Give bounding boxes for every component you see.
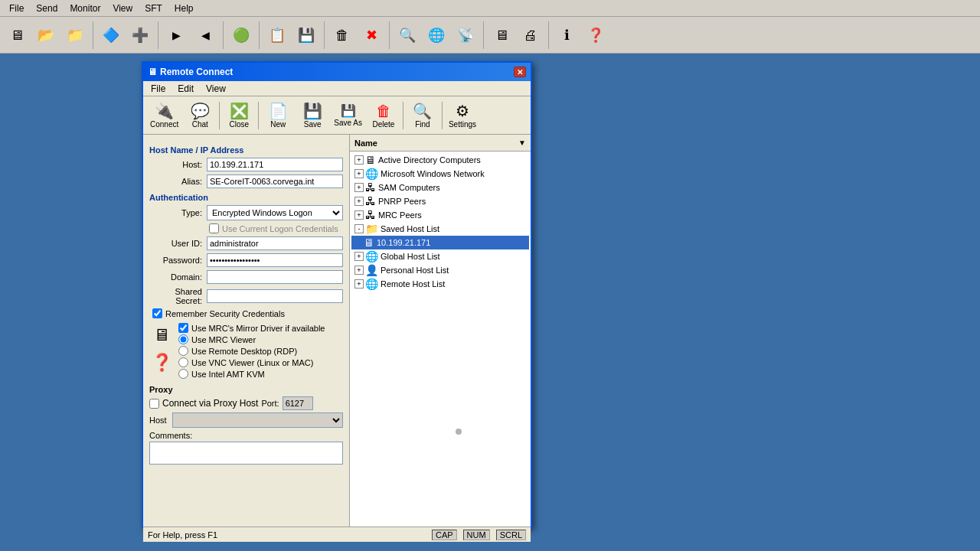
settings-label: Settings	[449, 120, 476, 129]
remote-host-label: Remote Host List	[381, 279, 445, 289]
connect-icon: 🔌	[155, 102, 174, 120]
sep3	[223, 21, 224, 49]
settings-button[interactable]: ⚙ Settings	[445, 99, 480, 132]
menu-file[interactable]: File	[3, 2, 30, 15]
remember-checkbox[interactable]	[152, 308, 162, 318]
host-input[interactable]	[207, 158, 343, 171]
tree-item-sam[interactable]: + 🖧 SAM Computers	[351, 181, 529, 194]
dtb-sep1	[219, 102, 220, 129]
tb-btn-2[interactable]: 📂	[32, 19, 60, 51]
alias-input[interactable]	[207, 174, 343, 188]
menu-send[interactable]: Send	[30, 2, 64, 15]
use-current-logon-checkbox[interactable]	[209, 223, 219, 233]
tb-btn-4[interactable]: 🔷	[97, 19, 125, 51]
userid-label: User ID:	[149, 239, 207, 248]
type-select[interactable]: Encrypted Windows Logon	[207, 205, 343, 220]
host-label: Host:	[149, 160, 207, 169]
tree-item-mrc-peers[interactable]: + 🖧 MRC Peers	[351, 208, 529, 222]
menu-monitor[interactable]: Monitor	[64, 2, 106, 15]
tb-btn-12[interactable]: ✖	[358, 19, 385, 51]
userid-input[interactable]	[207, 236, 343, 250]
mrc-viewer-radio[interactable]	[178, 334, 188, 344]
mirror-driver-checkbox[interactable]	[178, 323, 188, 333]
tree-item-remote-host[interactable]: + 🌐 Remote Host List	[351, 277, 529, 291]
tb-btn-14[interactable]: 🌐	[423, 19, 450, 51]
userid-row: User ID:	[149, 236, 343, 250]
sam-label: SAM Computers	[378, 183, 440, 192]
tb-btn-17[interactable]: 🖨	[517, 19, 544, 51]
tb-btn-16[interactable]: 🖥	[488, 19, 515, 51]
tb-btn-6[interactable]: ▶	[162, 19, 190, 51]
tb-btn-9[interactable]: 📋	[263, 19, 291, 51]
comments-input[interactable]	[149, 442, 343, 465]
menu-view[interactable]: View	[106, 2, 139, 15]
dialog-close-button[interactable]: ✕	[514, 67, 526, 77]
expand-sam[interactable]: +	[354, 183, 364, 192]
tb-btn-15[interactable]: 📡	[452, 19, 479, 51]
rdp-radio[interactable]	[178, 346, 188, 356]
tree-item-pnrp[interactable]: + 🖧 PNRP Peers	[351, 194, 529, 208]
save-button[interactable]: 💾 Save	[296, 99, 329, 132]
tree-item-active-directory[interactable]: + 🖥 Active Directory Computers	[351, 153, 529, 167]
tree-item-saved-host[interactable]: - 📁 Saved Host List	[351, 222, 529, 236]
sep4	[259, 21, 260, 49]
tb-btn-13[interactable]: 🔍	[394, 19, 421, 51]
chat-button[interactable]: 💬 Chat	[183, 99, 217, 132]
menu-sft[interactable]: SFT	[139, 2, 168, 15]
expand-pnrp[interactable]: +	[354, 197, 364, 206]
saveas-button[interactable]: 💾 Save As	[330, 99, 366, 132]
tb-btn-7[interactable]: ◀	[191, 19, 219, 51]
dialog-menu-view[interactable]: View	[201, 83, 230, 95]
dialog-title-left: 🖥 Remote Connect	[148, 67, 233, 77]
new-label: New	[270, 120, 286, 129]
connect-label: Connect	[150, 120, 178, 129]
tb-btn-10[interactable]: 💾	[292, 19, 320, 51]
domain-input[interactable]	[207, 270, 343, 284]
sharedsecret-input[interactable]	[207, 289, 343, 303]
delete-button[interactable]: 🗑 Delete	[367, 99, 400, 132]
tb-btn-11[interactable]: 🗑	[328, 19, 356, 51]
dialog-menu-edit[interactable]: Edit	[173, 83, 198, 95]
tb-btn-19[interactable]: ❓	[582, 19, 609, 51]
tree-item-ms-network[interactable]: + 🌐 Microsoft Windows Network	[351, 167, 529, 181]
tree-sort-arrow[interactable]: ▼	[518, 139, 526, 147]
expand-personal-host[interactable]: +	[354, 266, 364, 275]
expand-mrc-peers[interactable]: +	[354, 210, 364, 220]
delete-icon: 🗑	[376, 102, 391, 120]
expand-ms-network[interactable]: +	[354, 169, 364, 178]
expand-remote-host[interactable]: +	[354, 279, 364, 289]
tree-item-global-host[interactable]: + 🌐 Global Host List	[351, 249, 529, 263]
menu-help[interactable]: Help	[168, 2, 200, 15]
remote-host-icon: 🌐	[365, 278, 378, 290]
close-button[interactable]: ❎ Close	[222, 99, 256, 132]
dialog-titlebar: 🖥 Remote Connect ✕	[143, 63, 531, 81]
proxy-checkbox[interactable]	[149, 399, 159, 409]
dialog-menu-file[interactable]: File	[146, 83, 170, 95]
port-input[interactable]	[283, 396, 313, 410]
proxy-section: Proxy Connect via Proxy Host Port: Host	[149, 385, 343, 428]
tb-btn-18[interactable]: ℹ	[553, 19, 580, 51]
amt-radio[interactable]	[178, 369, 188, 379]
rdp-row: Use Remote Desktop (RDP)	[178, 346, 325, 356]
tb-btn-3[interactable]: 📁	[61, 19, 89, 51]
proxy-host-select[interactable]	[172, 412, 343, 428]
tb-btn-5[interactable]: ➕	[126, 19, 154, 51]
right-panel-container: Name ▼ + 🖥 Active Directory Computers + …	[350, 135, 531, 527]
tree-item-personal-host[interactable]: + 👤 Personal Host List	[351, 263, 529, 277]
tree-item-ip-selected[interactable]: 🖥 10.199.21.171	[351, 236, 529, 249]
saveas-icon: 💾	[341, 103, 356, 118]
left-panel: Host Name / IP Address Host: Alias: Auth…	[143, 135, 350, 527]
sep1	[93, 21, 93, 49]
connect-button[interactable]: 🔌 Connect	[146, 99, 182, 132]
new-button[interactable]: 📄 New	[261, 99, 295, 132]
password-input[interactable]	[207, 253, 343, 267]
tb-btn-1[interactable]: 🖥	[3, 19, 31, 51]
expand-saved-host[interactable]: -	[354, 224, 364, 233]
tree-panel: + 🖥 Active Directory Computers + 🌐 Micro…	[350, 152, 531, 527]
mirror-driver-row: Use MRC's Mirror Driver if available	[178, 323, 325, 333]
expand-global-host[interactable]: +	[354, 252, 364, 261]
find-button[interactable]: 🔍 Find	[406, 99, 439, 132]
tb-btn-8[interactable]: 🟢	[227, 19, 255, 51]
expand-active-directory[interactable]: +	[354, 155, 364, 165]
vnc-radio[interactable]	[178, 357, 188, 367]
